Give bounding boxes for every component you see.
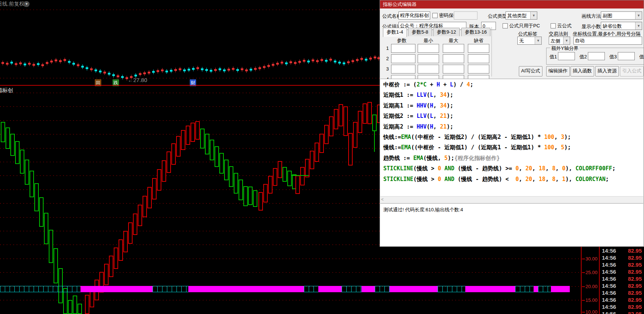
scroll-left-arrow-icon[interactable]: < xyxy=(381,197,384,202)
tab-param-3[interactable]: 参数9-12 xyxy=(433,28,460,36)
code-token: , xyxy=(519,176,525,182)
dropdown-arrow-icon[interactable]: ▼ xyxy=(563,37,570,44)
trade-row[interactable]: 14:5682.95 xyxy=(600,297,643,304)
code-token: 0 xyxy=(515,176,519,182)
trade-row[interactable]: 14:5682.95 xyxy=(600,248,643,255)
indicator-candle xyxy=(258,192,263,211)
param-input[interactable] xyxy=(391,65,415,74)
yaxis-value-input[interactable] xyxy=(618,52,635,60)
param-row-number: 3 xyxy=(384,66,389,72)
candlestick xyxy=(152,69,155,74)
coord-line-input[interactable] xyxy=(573,37,642,45)
indicator-candle xyxy=(329,116,333,136)
yaxis-value-label: 值1 xyxy=(549,54,557,60)
candle-body xyxy=(263,66,266,68)
axis-tick xyxy=(582,312,585,313)
candle-body xyxy=(312,59,314,61)
checkbox-box[interactable] xyxy=(503,23,508,28)
indicator-candle xyxy=(20,150,24,174)
param-input[interactable] xyxy=(391,54,415,63)
trade-price: 82.95 xyxy=(628,248,642,254)
candlestick xyxy=(139,72,141,76)
candle-body xyxy=(236,69,239,71)
candlestick xyxy=(272,62,274,67)
button-4[interactable]: 插入资源 xyxy=(595,66,619,76)
trade-row[interactable]: 14:5682.95 xyxy=(600,304,643,311)
checkbox-box[interactable] xyxy=(432,13,438,18)
param-input[interactable] xyxy=(468,54,489,63)
candle-body xyxy=(64,59,66,61)
button-2[interactable]: 编辑操作 xyxy=(546,66,570,76)
param-input[interactable] xyxy=(391,44,415,53)
indicator-candle xyxy=(358,111,362,133)
trade-row[interactable]: 14:5682.95 xyxy=(600,269,643,276)
trade-row[interactable]: 14:5682.95 xyxy=(600,283,643,290)
candle-body xyxy=(188,69,190,71)
chevron-down-circle-icon[interactable]: ▾ xyxy=(24,1,30,7)
code-token: 5 xyxy=(444,155,448,161)
yaxis-value-input[interactable] xyxy=(558,52,575,60)
dialog-titlebar[interactable]: 指标公式编辑器 xyxy=(380,0,644,8)
candle-body xyxy=(99,71,102,72)
formula-tag-select[interactable]: 无 ▼ xyxy=(517,37,542,45)
formula-type-select[interactable]: 其他类型 ▼ xyxy=(506,11,537,20)
horizontal-scrollbar[interactable]: < xyxy=(380,196,643,203)
formula-code-editor[interactable]: 中枢价 := (2*C + H + L) / 4;近期低1 := LLV(L, … xyxy=(380,79,643,197)
tab-param-4[interactable]: 参数13-16 xyxy=(461,28,490,36)
indicator-candle xyxy=(310,151,314,169)
dropdown-arrow-icon[interactable]: ▼ xyxy=(635,12,642,19)
param-input[interactable] xyxy=(443,65,464,74)
dropdown-arrow-icon[interactable]: ▼ xyxy=(530,12,537,19)
ribbon-magenta-segment xyxy=(390,286,438,292)
code-token: 18 xyxy=(539,165,545,172)
candlestick xyxy=(365,57,367,62)
code-token: 100 xyxy=(544,144,554,151)
code-token: H xyxy=(430,102,433,109)
param-input[interactable] xyxy=(418,65,439,74)
checkbox-box[interactable] xyxy=(551,23,556,28)
param-input[interactable] xyxy=(468,44,489,53)
candlestick xyxy=(303,58,305,63)
param-input[interactable] xyxy=(443,44,464,53)
trade-rule-select[interactable]: 左侧 ▼ xyxy=(549,37,570,45)
candlestick xyxy=(81,64,84,69)
yaxis-value-input[interactable] xyxy=(588,52,605,60)
dropdown-arrow-icon[interactable]: ▼ xyxy=(535,37,541,44)
tab-param-2[interactable]: 参数5-8 xyxy=(408,28,432,36)
trade-row[interactable]: 14:5682.95 xyxy=(600,311,643,314)
trade-row[interactable]: 14:5682.95 xyxy=(600,255,643,262)
trade-time: 14:56 xyxy=(602,283,616,289)
candle-body xyxy=(46,62,48,64)
candle-body xyxy=(152,71,155,73)
tab-param-1[interactable]: 参数1-4 xyxy=(383,28,407,37)
draw-method-select[interactable]: 副图 ▼ xyxy=(601,11,642,20)
candle-body xyxy=(223,69,226,71)
param-input[interactable] xyxy=(418,54,439,63)
code-token: HHV xyxy=(417,123,427,130)
indicator-candle xyxy=(171,143,176,165)
trade-row[interactable]: 14:5682.95 xyxy=(600,290,643,297)
candlestick xyxy=(294,61,297,65)
dialog-title: 指标公式编辑器 xyxy=(383,1,417,7)
code-token: , xyxy=(554,144,561,151)
candlestick xyxy=(223,68,226,73)
dropdown-arrow-icon[interactable]: ▼ xyxy=(635,22,642,30)
candlestick xyxy=(117,74,119,79)
code-token: 趋势线 := xyxy=(383,155,413,161)
param-input[interactable] xyxy=(418,44,439,53)
code-token: , xyxy=(433,113,440,119)
yaxis-value-label: 值2 xyxy=(579,54,587,60)
trade-row[interactable]: 14:5682.95 xyxy=(600,262,643,269)
button-1[interactable]: AI写公式 xyxy=(519,66,542,76)
indicator-candle xyxy=(363,103,367,124)
candlestick xyxy=(298,59,301,64)
candle-body xyxy=(157,70,159,72)
decimals-select[interactable]: 缺省位数 ▼ xyxy=(601,22,642,30)
formula-name-input[interactable] xyxy=(398,11,430,20)
param-input[interactable] xyxy=(443,54,464,63)
candle-body xyxy=(196,67,199,69)
trade-row[interactable]: 14:5682.95 xyxy=(600,276,643,283)
param-input[interactable] xyxy=(468,65,489,74)
indicator-candle xyxy=(287,171,292,186)
button-3[interactable]: 插入函数 xyxy=(571,66,594,76)
